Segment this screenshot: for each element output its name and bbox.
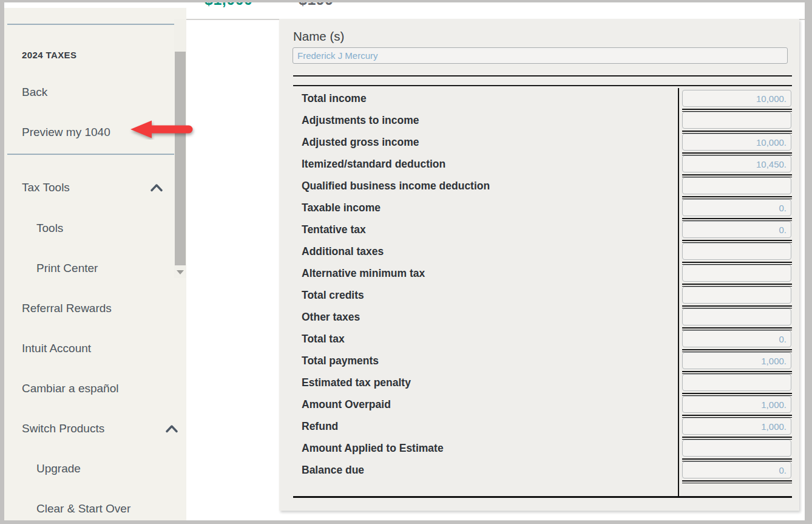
sidebar-item-upgrade[interactable]: Upgrade	[36, 461, 81, 477]
sidebar-scrollbar-track[interactable]	[174, 19, 186, 278]
row-underline	[682, 196, 792, 197]
table-row: Itemized/standard deduction	[279, 155, 799, 177]
row-underline	[682, 415, 792, 416]
row-label: Tentative tax	[302, 221, 366, 239]
table-row: Additional taxes	[279, 243, 799, 265]
row-label: Total payments	[302, 352, 379, 370]
table-row: Amount Overpaid	[279, 396, 799, 418]
row-amount-field[interactable]	[682, 177, 791, 194]
chevron-up-icon[interactable]	[151, 183, 163, 192]
row-amount-field[interactable]	[682, 199, 791, 216]
separator-rule	[293, 85, 792, 86]
table-row: Other taxes	[279, 308, 799, 330]
table-bottom-rule	[293, 496, 792, 498]
table-row: Estimated tax penalty	[279, 374, 799, 396]
row-label: Estimated tax penalty	[302, 374, 411, 392]
row-label: Total credits	[302, 287, 364, 304]
preview-1040-panel: Name (s) Total income Adjustments to inc…	[279, 19, 799, 511]
row-amount-field[interactable]	[682, 396, 791, 413]
table-row: Balance due	[279, 461, 799, 483]
table-row: Total income	[279, 90, 799, 112]
row-label: Taxable income	[302, 199, 381, 217]
row-amount-field[interactable]	[682, 155, 791, 172]
triangle-down-icon[interactable]	[177, 270, 184, 274]
table-row: Adjusted gross income	[279, 134, 799, 155]
sidebar-item-label: Switch Products	[22, 422, 104, 435]
row-amount-field[interactable]	[682, 90, 791, 107]
row-amount-field[interactable]	[682, 221, 791, 238]
sidebar-scrollbar-thumb[interactable]	[175, 52, 186, 265]
separator-rule	[293, 75, 792, 77]
row-underline	[682, 218, 792, 219]
row-underline	[682, 371, 792, 372]
row-amount-field[interactable]	[682, 112, 791, 129]
sidebar-item-label: Upgrade	[36, 462, 81, 475]
row-amount-field[interactable]	[682, 308, 791, 325]
sidebar-divider-middle	[7, 154, 174, 155]
sidebar-item-intuit-account[interactable]: Intuit Account	[22, 341, 91, 356]
row-underline	[682, 393, 792, 394]
row-label: Itemized/standard deduction	[302, 155, 445, 173]
row-label: Adjusted gross income	[302, 134, 419, 151]
row-amount-field[interactable]	[682, 243, 791, 260]
table-row: Alternative minimum tax	[279, 265, 799, 287]
row-label: Additional taxes	[302, 243, 384, 260]
table-row: Amount Applied to Estimate	[279, 440, 799, 461]
row-amount-field[interactable]	[682, 352, 791, 369]
row-label: Refund	[302, 418, 338, 435]
sidebar-item-referral-rewards[interactable]: Referral Rewards	[22, 301, 112, 316]
sidebar-section-label: 2024 TAXES	[22, 50, 76, 61]
row-amount-field[interactable]	[682, 418, 791, 435]
sidebar-item-tools[interactable]: Tools	[36, 220, 63, 236]
tax-summary-table: Total income Adjustments to income Adjus…	[279, 90, 799, 483]
sidebar-item-print-center[interactable]: Print Center	[36, 260, 98, 276]
row-underline	[682, 458, 792, 460]
row-underline	[682, 174, 792, 175]
row-amount-field[interactable]	[682, 265, 791, 282]
row-label: Amount Overpaid	[302, 396, 391, 413]
row-amount-field[interactable]	[682, 134, 791, 151]
row-amount-field[interactable]	[682, 440, 791, 457]
sidebar-item-preview-my-1040[interactable]: Preview my 1040	[22, 124, 110, 140]
row-amount-field[interactable]	[682, 374, 791, 391]
table-row: Taxable income	[279, 199, 799, 221]
row-label: Other taxes	[302, 308, 360, 326]
row-underline	[682, 349, 792, 350]
name-field-label: Name (s)	[293, 29, 344, 44]
row-underline	[682, 284, 792, 285]
row-label: Adjustments to income	[302, 112, 419, 129]
table-row: Total tax	[279, 330, 799, 352]
table-row: Refund	[279, 418, 799, 440]
row-amount-field[interactable]	[682, 287, 791, 304]
row-underline	[682, 305, 792, 307]
sidebar-item-clear-start-over[interactable]: Clear & Start Over	[36, 501, 130, 517]
row-underline	[682, 327, 792, 328]
chevron-up-icon[interactable]	[166, 424, 178, 433]
sidebar-item-label: Intuit Account	[22, 342, 91, 355]
row-underline	[682, 262, 792, 263]
sidebar-item-label: Tax Tools	[22, 181, 70, 194]
app-window: $1,000 $199 2024 TAXES Back Preview my 1…	[4, 2, 805, 520]
row-amount-field[interactable]	[682, 330, 791, 347]
row-underline	[682, 131, 792, 132]
table-row: Total credits	[279, 287, 799, 308]
table-row: Total payments	[279, 352, 799, 374]
table-row: Adjustments to income	[279, 112, 799, 134]
sidebar-item-label: Clear & Start Over	[36, 502, 130, 515]
row-label: Amount Applied to Estimate	[302, 440, 444, 457]
row-underline	[682, 483, 792, 484]
sidebar-item-cambiar-a-espa-ol[interactable]: Cambiar a español	[22, 381, 118, 396]
row-amount-field[interactable]	[682, 461, 791, 478]
sidebar-item-switch-products[interactable]: Switch Products	[22, 421, 104, 437]
sidebar-item-label: Back	[22, 86, 47, 98]
sidebar-item-back[interactable]: Back	[22, 84, 47, 100]
sidebar-item-label: Tools	[36, 222, 63, 234]
row-label: Alternative minimum tax	[302, 265, 425, 282]
row-underline	[682, 480, 792, 481]
name-input[interactable]	[293, 47, 788, 64]
sidebar-item-label: Cambiar a español	[22, 382, 118, 395]
table-row: Tentative tax	[279, 221, 799, 243]
sidebar-item-tax-tools[interactable]: Tax Tools	[22, 180, 70, 196]
row-underline	[682, 437, 792, 438]
row-underline	[682, 240, 792, 241]
